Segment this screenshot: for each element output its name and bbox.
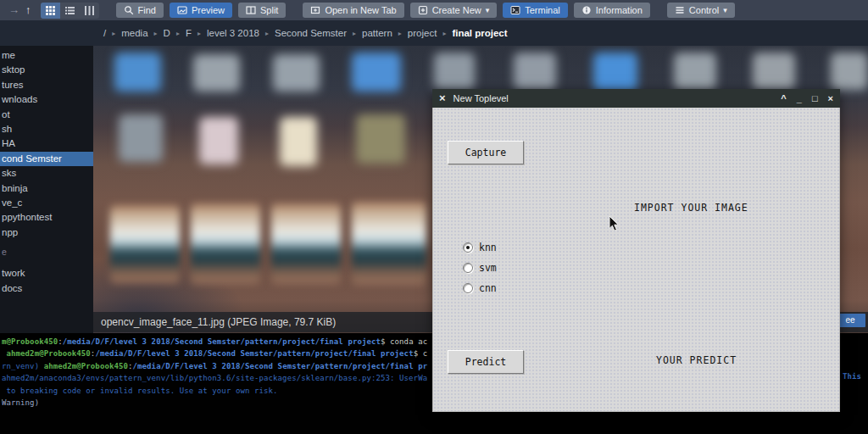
file-thumbnail[interactable] <box>193 54 240 92</box>
sidebar-item[interactable]: tures <box>0 78 93 92</box>
open-in-new-tab-label: Open in New Tab <box>325 5 396 15</box>
radio-cnn[interactable]: cnn <box>463 282 497 293</box>
file-thumbnail[interactable] <box>831 53 868 90</box>
terminal-line: ahmed2m@Probook450:/media/D/F/level 3 20… <box>2 348 433 359</box>
breadcrumb-separator-icon: ▸ <box>154 30 158 37</box>
breadcrumb-item[interactable]: media <box>121 28 147 38</box>
sidebar-item[interactable]: ppythontest <box>0 210 93 225</box>
sidebar-item[interactable]: ot <box>0 108 93 122</box>
breadcrumb-separator-icon: ▸ <box>398 30 402 37</box>
file-thumbnail[interactable] <box>593 53 637 92</box>
breadcrumb-item[interactable]: F <box>186 28 192 38</box>
file-manager-toolbar: → ↑ <box>0 0 868 20</box>
terminal-line: Warning) <box>2 397 433 409</box>
file-thumbnail[interactable] <box>352 202 426 285</box>
sidebar: mesktoptureswnloadsotshHAcond Semstersks… <box>0 46 93 333</box>
sidebar-item[interactable]: me <box>0 48 93 63</box>
icons-view-button[interactable] <box>41 3 60 19</box>
sidebar-item[interactable]: docs <box>0 281 93 296</box>
forward-arrow-icon[interactable]: → <box>8 0 19 20</box>
details-view-button[interactable] <box>60 3 80 19</box>
file-thumbnail[interactable] <box>273 54 320 92</box>
file-thumbnail[interactable] <box>119 114 163 162</box>
shade-window-icon[interactable]: ^ <box>781 89 786 108</box>
breadcrumb-item[interactable]: / <box>103 28 106 38</box>
file-thumbnail[interactable] <box>356 114 405 164</box>
grid-icon <box>46 6 55 15</box>
radio-knn[interactable]: knn <box>463 242 497 253</box>
screen: → ↑ <box>0 0 868 434</box>
open-in-new-tab-button[interactable]: Open in New Tab <box>303 3 403 18</box>
maximize-icon[interactable]: □ <box>812 89 818 108</box>
sidebar-item[interactable]: sh <box>0 122 93 136</box>
breadcrumb-separator-icon: ▸ <box>353 30 356 37</box>
radio-label: svm <box>479 262 497 274</box>
split-button[interactable]: Split <box>238 3 286 18</box>
predict-button[interactable]: Predict <box>448 350 524 374</box>
file-thumbnail[interactable] <box>674 53 716 90</box>
breadcrumb-separator-icon: ▸ <box>112 30 115 37</box>
sidebar-item[interactable]: npp <box>0 225 93 240</box>
breadcrumb-separator-icon: ▸ <box>198 30 201 37</box>
sidebar-item[interactable]: HA <box>0 136 93 151</box>
file-thumbnail[interactable] <box>199 117 238 164</box>
file-thumbnail[interactable] <box>271 203 341 284</box>
radio-svm[interactable]: svm <box>463 262 497 273</box>
file-thumbnail[interactable] <box>110 205 180 283</box>
file-thumbnail[interactable] <box>114 53 161 92</box>
dialog-titlebar[interactable]: × New Toplevel ^ _ □ × <box>432 89 840 108</box>
file-thumbnail[interactable] <box>514 53 556 90</box>
breadcrumb-item[interactable]: D <box>164 28 170 38</box>
radio-circle-icon[interactable] <box>463 263 473 273</box>
split-view-icon <box>246 5 256 15</box>
create-new-button[interactable]: Create New ▾ <box>410 3 498 18</box>
radio-circle-icon[interactable] <box>463 283 473 293</box>
plus-icon <box>418 5 428 15</box>
sidebar-item[interactable]: bninja <box>0 181 93 196</box>
view-mode-switcher <box>41 3 99 19</box>
breadcrumb-item[interactable]: project <box>408 28 437 38</box>
compact-view-button[interactable] <box>80 3 99 19</box>
file-thumbnail[interactable] <box>753 53 795 90</box>
file-thumbnail[interactable] <box>280 117 317 166</box>
breadcrumb-item[interactable]: level 3 2018 <box>207 28 259 38</box>
file-thumbnail[interactable] <box>352 53 401 92</box>
breadcrumb-separator-icon: ▸ <box>442 30 446 37</box>
sidebar-item[interactable]: cond Semster <box>0 152 93 166</box>
radio-label: cnn <box>479 282 497 294</box>
terminal-button[interactable]: Terminal <box>503 3 568 18</box>
columns-icon <box>85 6 94 15</box>
info-icon <box>581 5 592 15</box>
breadcrumb-item[interactable]: Second Semster <box>275 28 347 38</box>
preview-label: Preview <box>192 5 225 15</box>
file-thumbnail[interactable] <box>434 53 475 90</box>
radio-circle-icon[interactable] <box>463 242 473 253</box>
breadcrumb: /▸media▸D▸F▸level 3 2018▸Second Semster▸… <box>0 20 868 46</box>
control-button[interactable]: Control ▾ <box>667 3 735 18</box>
sidebar-item[interactable]: ve_c <box>0 196 93 210</box>
terminal-label: Terminal <box>525 5 560 15</box>
breadcrumb-item[interactable]: pattern <box>362 28 392 38</box>
minimize-icon[interactable]: _ <box>797 89 802 108</box>
up-arrow-icon[interactable]: ↑ <box>25 0 31 20</box>
chevron-down-icon: ▾ <box>723 6 727 14</box>
chevron-down-icon: ▾ <box>486 6 490 14</box>
sidebar-item[interactable]: wnloads <box>0 92 93 107</box>
dialog-title: New Toplevel <box>453 93 774 103</box>
sidebar-item[interactable]: e <box>0 245 93 259</box>
breadcrumb-item[interactable]: final project <box>452 28 507 38</box>
capture-button[interactable]: Capture <box>448 141 524 164</box>
sidebar-item[interactable]: sks <box>0 166 93 181</box>
import-image-label: IMPORT YOUR IMAGE <box>634 202 748 214</box>
preview-button[interactable]: Preview <box>170 3 232 18</box>
window-icon: × <box>439 89 446 108</box>
sidebar-item[interactable]: twork <box>0 266 93 281</box>
information-label: Information <box>596 5 643 15</box>
sidebar-item[interactable]: sktop <box>0 63 93 77</box>
terminal-output: m@Probook450:/media/D/F/level 3 2018/Sec… <box>2 336 433 409</box>
close-icon[interactable]: × <box>828 89 833 108</box>
information-button[interactable]: Information <box>574 3 650 18</box>
file-thumbnail[interactable] <box>191 203 260 284</box>
control-label: Control <box>689 5 719 15</box>
find-button[interactable]: Find <box>116 3 164 18</box>
